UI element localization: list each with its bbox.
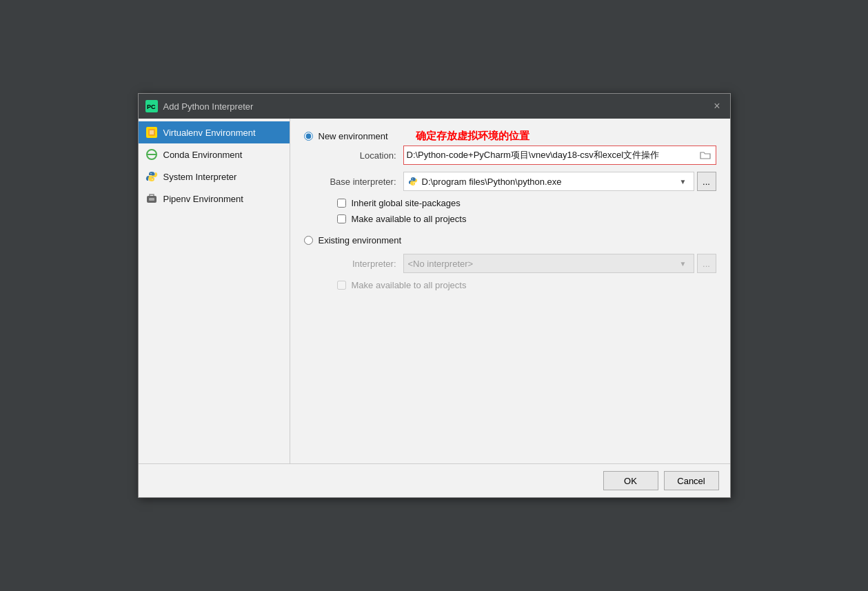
sidebar-item-virtualenv[interactable]: Virtualenv Environment <box>139 121 290 143</box>
add-python-interpreter-dialog: PC Add Python Interpreter × Virtualenv E… <box>138 93 731 498</box>
inherit-checkbox-row: Inherit global site-packages <box>337 198 716 208</box>
conda-icon <box>145 148 158 161</box>
existing-environment-radio[interactable] <box>304 236 313 245</box>
interpreter-field-row: Interpreter: <No interpreter> ▼ ... <box>321 254 716 273</box>
make-available-label: Make available to all projects <box>352 214 467 224</box>
existing-make-available-checkbox-row: Make available to all projects <box>337 280 716 290</box>
existing-make-available-label: Make available to all projects <box>352 280 467 290</box>
make-available-checkbox-row: Make available to all projects <box>337 214 716 224</box>
sidebar-item-virtualenv-label: Virtualenv Environment <box>163 128 256 138</box>
new-env-section: Location: Base interpreter: <box>321 146 716 224</box>
new-env-radio-row: New environment <box>304 131 388 141</box>
sidebar-item-system[interactable]: System Interpreter <box>139 166 290 188</box>
inherit-label: Inherit global site-packages <box>352 198 461 208</box>
interpreter-label: Interpreter: <box>321 259 403 269</box>
base-interpreter-label: Base interpreter: <box>321 177 403 187</box>
existing-env-radio-row: Existing environment <box>304 235 716 246</box>
existing-environment-label: Existing environment <box>319 235 402 246</box>
inherit-checkbox[interactable] <box>337 199 346 208</box>
new-environment-label: New environment <box>319 131 388 141</box>
dialog-title: Add Python Interpreter <box>163 101 711 112</box>
location-input-wrap <box>403 146 716 165</box>
sidebar-item-pipenv-label: Pipenv Environment <box>163 194 243 204</box>
base-interpreter-browse-button[interactable]: ... <box>697 172 716 191</box>
location-label: Location: <box>321 150 403 161</box>
close-button[interactable]: × <box>711 101 723 112</box>
base-interpreter-wrap: D:\program files\Python\python.exe ▼ <box>403 172 694 191</box>
existing-env-section: Existing environment Interpreter: <No in… <box>304 235 716 290</box>
cancel-button[interactable]: Cancel <box>664 471 719 490</box>
location-folder-button[interactable] <box>698 148 713 163</box>
dialog-body: Virtualenv Environment Conda Environment <box>139 119 730 463</box>
existing-make-available-checkbox <box>337 281 346 290</box>
existing-interpreter-wrap: <No interpreter> ▼ <box>403 254 694 273</box>
base-interpreter-text: D:\program files\Python\python.exe <box>422 177 677 187</box>
annotation-text: 确定存放虚拟环境的位置 <box>416 130 529 143</box>
existing-interpreter-text: <No interpreter> <box>408 259 677 269</box>
existing-env-inner: Interpreter: <No interpreter> ▼ ... Make… <box>321 254 716 290</box>
base-interpreter-field-row: Base interpreter: D:\program files\Pytho… <box>321 172 716 191</box>
sidebar-item-conda-label: Conda Environment <box>163 150 243 160</box>
existing-interpreter-browse-button: ... <box>697 254 716 273</box>
python-icon <box>145 170 158 183</box>
new-environment-radio[interactable] <box>304 132 313 141</box>
dialog-footer: OK Cancel <box>139 463 730 497</box>
svg-rect-8 <box>149 198 154 201</box>
base-interpreter-dropdown-arrow: ▼ <box>677 178 689 186</box>
main-content: New environment 确定存放虚拟环境的位置 Location: <box>290 119 730 463</box>
title-bar: PC Add Python Interpreter × <box>139 94 730 119</box>
existing-interpreter-dropdown-arrow: ▼ <box>677 260 689 268</box>
sidebar-item-conda[interactable]: Conda Environment <box>139 143 290 166</box>
sidebar: Virtualenv Environment Conda Environment <box>139 119 290 463</box>
svg-rect-4 <box>150 130 154 134</box>
pipenv-icon <box>145 192 158 205</box>
svg-text:PC: PC <box>147 103 156 110</box>
make-available-checkbox[interactable] <box>337 214 346 223</box>
virtualenv-icon <box>145 126 158 139</box>
ok-button[interactable]: OK <box>603 471 658 490</box>
sidebar-item-pipenv[interactable]: Pipenv Environment <box>139 188 290 210</box>
location-input[interactable] <box>407 150 698 161</box>
new-env-row: New environment 确定存放虚拟环境的位置 <box>304 130 716 143</box>
pycharm-icon: PC <box>145 100 158 112</box>
location-field-row: Location: <box>321 146 716 165</box>
sidebar-item-system-label: System Interpreter <box>163 172 237 182</box>
